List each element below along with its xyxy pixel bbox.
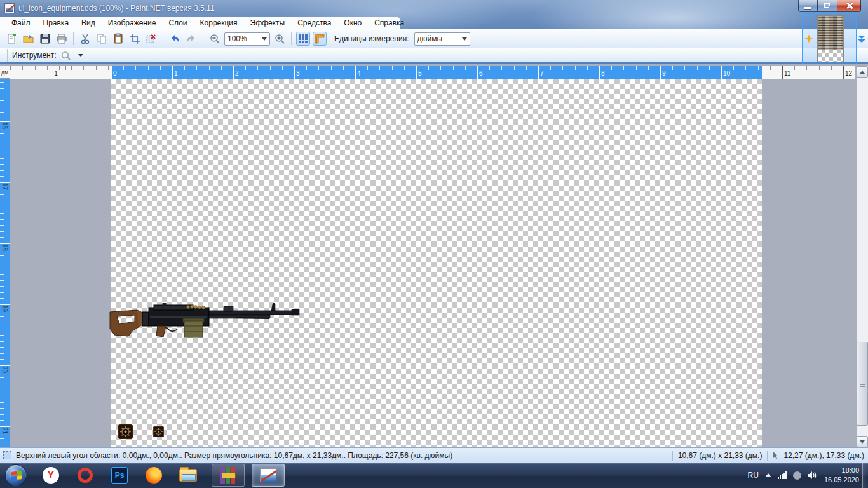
print-button[interactable] bbox=[55, 32, 69, 46]
tray-clock[interactable]: 18:00 16.05.2020 bbox=[824, 466, 859, 485]
screen: { "window": { "title": "ui_icon_equipmen… bbox=[0, 0, 868, 488]
menu-file[interactable]: Файл bbox=[5, 17, 37, 29]
copy-icon bbox=[96, 33, 107, 44]
menu-utilities[interactable]: Средства bbox=[291, 17, 337, 29]
open-image-thumbnail[interactable] bbox=[802, 13, 857, 64]
selection-icon bbox=[3, 451, 11, 459]
zoom-in-button[interactable] bbox=[273, 32, 287, 46]
vertical-scrollbar[interactable] bbox=[857, 66, 868, 447]
menu-window[interactable]: Окно bbox=[337, 17, 368, 29]
paintnet-icon bbox=[260, 468, 276, 482]
image-size-text: 10,67 (дм.) x 21,33 (дм.) bbox=[678, 451, 763, 460]
menu-image[interactable]: Изображение bbox=[102, 17, 163, 29]
copy-button[interactable] bbox=[95, 32, 109, 46]
taskbar-paintnet-active[interactable] bbox=[252, 464, 285, 487]
language-indicator[interactable]: RU bbox=[748, 471, 759, 480]
menu-edit[interactable]: Правка bbox=[37, 17, 76, 29]
winrar-icon bbox=[220, 467, 236, 484]
h-ruler-label: 3 bbox=[296, 70, 300, 77]
v-ruler-label: 20 bbox=[1, 366, 8, 373]
close-button[interactable] bbox=[837, 0, 861, 12]
menu-view[interactable]: Вид bbox=[75, 17, 102, 29]
units-combo[interactable]: дюймы bbox=[414, 32, 470, 46]
minimize-button[interactable] bbox=[798, 0, 818, 12]
menu-layers[interactable]: Слои bbox=[162, 17, 193, 29]
firefox-icon bbox=[146, 467, 162, 484]
h-ruler-label: 8 bbox=[601, 70, 605, 77]
restore-icon bbox=[824, 3, 829, 8]
open-file-button[interactable] bbox=[22, 32, 36, 46]
units-label: Единицы измерения: bbox=[334, 34, 409, 43]
scrollbar-thumb[interactable] bbox=[857, 342, 868, 426]
paintnet-app-icon bbox=[4, 3, 15, 13]
mine-icon-large bbox=[118, 424, 133, 439]
ruler-units-corner: дм bbox=[0, 66, 10, 79]
window-title: ui_icon_equipment.dds (100%) - Paint.NET… bbox=[18, 4, 215, 13]
window-controls bbox=[798, 0, 861, 12]
cursor-position-text: 12,27 (дм.), 17,33 (дм.) bbox=[783, 451, 864, 460]
taskbar-winrar[interactable] bbox=[212, 464, 245, 487]
cut-button[interactable] bbox=[78, 32, 92, 46]
start-button[interactable] bbox=[5, 464, 27, 486]
statusbar: Верхний левый угол области: 0,00дм., 0,0… bbox=[0, 447, 868, 463]
zoom-level-combo[interactable]: 100% bbox=[224, 32, 270, 46]
close-icon bbox=[846, 3, 853, 9]
show-desktop-button[interactable] bbox=[862, 463, 868, 488]
taskbar-explorer[interactable] bbox=[172, 464, 205, 487]
windows-flag-icon bbox=[11, 471, 22, 480]
tray-app-icon[interactable] bbox=[793, 471, 801, 480]
paste-button[interactable] bbox=[111, 32, 125, 46]
crop-button[interactable] bbox=[128, 32, 142, 46]
menu-help[interactable]: Справка bbox=[368, 17, 410, 29]
cut-icon bbox=[79, 33, 91, 44]
restore-button[interactable] bbox=[818, 0, 837, 12]
zoom-out-button[interactable] bbox=[208, 32, 222, 46]
vertical-ruler: 161718192021 bbox=[0, 79, 10, 447]
tool-label: Инструмент: bbox=[12, 51, 57, 60]
save-icon bbox=[39, 33, 51, 44]
menubar: Файл Правка Вид Изображение Слои Коррекц… bbox=[0, 17, 400, 29]
system-tray: RU 18:00 16.05.2020 bbox=[748, 463, 868, 488]
image-thumbnail bbox=[817, 15, 844, 62]
scroll-up-button[interactable] bbox=[857, 66, 868, 78]
canvas[interactable] bbox=[111, 79, 762, 447]
menu-effects[interactable]: Эффекты bbox=[244, 17, 292, 29]
scroll-down-button[interactable] bbox=[857, 436, 868, 447]
taskbar: Y Ps RU 18:00 16.05.2020 bbox=[0, 463, 868, 488]
redo-button[interactable] bbox=[184, 32, 198, 46]
h-ruler-label: -1 bbox=[52, 70, 58, 77]
zoom-out-icon bbox=[209, 33, 220, 44]
h-ruler-label: 12 bbox=[845, 70, 852, 77]
taskbar-firefox[interactable] bbox=[137, 464, 170, 487]
volume-icon[interactable] bbox=[808, 471, 818, 480]
photoshop-icon: Ps bbox=[111, 467, 128, 484]
opera-icon bbox=[78, 468, 93, 483]
rulers-toggle-button[interactable] bbox=[313, 32, 327, 46]
grid-toggle-button[interactable] bbox=[296, 32, 310, 46]
mine-icon-small bbox=[153, 426, 164, 437]
horizontal-ruler: -10123456789101112 bbox=[10, 66, 855, 79]
taskbar-photoshop[interactable]: Ps bbox=[103, 464, 136, 487]
hidden-icons-chevron[interactable] bbox=[765, 473, 771, 477]
taskbar-yandex-browser[interactable]: Y bbox=[34, 464, 67, 487]
taskbar-separator bbox=[248, 464, 248, 486]
save-button[interactable] bbox=[38, 32, 52, 46]
undo-button[interactable] bbox=[168, 32, 182, 46]
network-icon[interactable] bbox=[778, 471, 787, 479]
tray-date: 16.05.2020 bbox=[824, 475, 859, 485]
image-list-chevron-icon[interactable] bbox=[857, 35, 866, 43]
h-ruler-label: 9 bbox=[662, 70, 666, 77]
new-file-button[interactable] bbox=[5, 32, 19, 46]
tool-dropdown-icon[interactable] bbox=[78, 54, 83, 57]
paste-icon bbox=[112, 33, 124, 44]
open-file-icon bbox=[23, 33, 34, 44]
new-file-icon bbox=[6, 33, 18, 44]
crop-icon bbox=[129, 33, 140, 44]
redo-icon bbox=[186, 33, 197, 44]
deselect-button[interactable] bbox=[144, 32, 158, 46]
menu-adjustments[interactable]: Коррекция bbox=[194, 17, 244, 29]
taskbar-opera[interactable] bbox=[69, 464, 102, 487]
cursor-icon bbox=[773, 452, 778, 459]
selection-info-text: Верхний левый угол области: 0,00дм., 0,0… bbox=[16, 451, 452, 460]
current-tool-button[interactable] bbox=[59, 48, 73, 62]
